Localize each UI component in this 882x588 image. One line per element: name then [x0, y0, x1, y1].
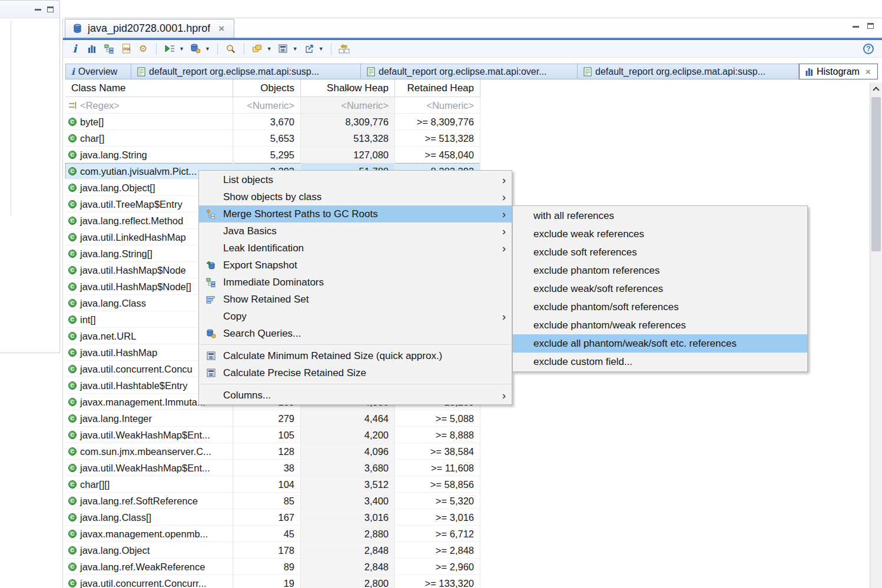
submenu-arrow-icon: ›	[499, 191, 508, 202]
tab-histogram[interactable]: Histogram ×	[799, 64, 878, 79]
run-report-icon[interactable]	[164, 43, 175, 55]
close-icon[interactable]: ×	[218, 24, 224, 34]
compare-icon[interactable]	[339, 43, 350, 55]
shallow-heap-cell: 2,800	[301, 575, 395, 588]
dropdown-icon[interactable]: ▼	[179, 46, 184, 52]
class-name-text: com.yutian.jvisualvm.Pict...	[80, 163, 197, 180]
submenu-item-exclude-custom-field[interactable]: exclude custom field...	[513, 353, 807, 371]
submenu-item-exclude-soft[interactable]: exclude soft references	[513, 243, 807, 261]
dropdown-icon[interactable]: ▼	[319, 46, 324, 52]
table-row[interactable]: C java.util.concurrent.Concurr... 19 2,8…	[65, 575, 480, 588]
search-icon[interactable]	[225, 43, 237, 55]
group-objects-icon[interactable]	[251, 43, 263, 55]
class-name-cell: C java.lang.String	[65, 147, 233, 163]
class-name-cell: C java.lang.Object	[65, 542, 233, 559]
table-row[interactable]: C com.sun.jmx.mbeanserver.C... 128 4,096…	[65, 443, 480, 460]
submenu-item-with-all-references[interactable]: with all references	[513, 207, 807, 225]
class-name-text: java.util.WeakHashMap$Ent...	[80, 427, 210, 443]
submenu-item-exclude-all-phantom-weak-soft[interactable]: exclude all phantom/weak/soft etc. refer…	[513, 334, 807, 353]
submenu-item-exclude-phantom-soft[interactable]: exclude phantom/soft references	[513, 298, 807, 316]
menu-item-show-retained-set[interactable]: Show Retained Set	[199, 291, 512, 308]
table-row[interactable]: C java.lang.Integer 279 4,464 >= 5,088	[65, 410, 480, 427]
minimize-icon[interactable]	[853, 26, 859, 28]
class-icon: C	[68, 118, 77, 126]
table-row[interactable]: C java.lang.ref.WeakReference 89 2,848 >…	[65, 559, 480, 575]
menu-item-calc-precise-retained-size[interactable]: Calculate Precise Retained Size	[199, 364, 512, 381]
class-icon: C	[68, 151, 77, 159]
scrollbar-thumb[interactable]	[871, 97, 881, 251]
menu-item-java-basics[interactable]: Java Basics ›	[199, 222, 512, 240]
dominator-tree-icon[interactable]	[103, 43, 115, 55]
toolbar-separator	[244, 43, 244, 55]
tab-default-report-2[interactable]: default_report org.eclipse.mat.api:over.…	[361, 64, 578, 79]
menu-item-merge-shortest-paths[interactable]: Merge Shortest Paths to GC Roots ›	[199, 205, 512, 222]
shallow-heap-cell: 8,309,776	[301, 114, 395, 130]
table-row[interactable]: C java.lang.String 5,295 127,080 >= 458,…	[65, 147, 480, 163]
histogram-icon[interactable]	[86, 43, 98, 55]
class-name-text: java.util.HashMap	[80, 344, 157, 361]
table-row[interactable]: C javax.management.openmb... 45 2,880 >=…	[65, 526, 480, 542]
menu-item-copy[interactable]: Copy ›	[199, 308, 512, 325]
numeric-filter-input[interactable]: <Numeric>	[301, 97, 395, 114]
table-row[interactable]: C char[] 5,653 513,328 >= 513,328	[65, 130, 480, 147]
table-row[interactable]: C java.lang.Class[] 167 3,016 >= 3,016	[65, 509, 480, 526]
menu-item-calc-minimum-retained-size[interactable]: Calculate Minimum Retained Size (quick a…	[199, 347, 512, 364]
menu-item-list-objects[interactable]: List objects ›	[199, 171, 512, 188]
menu-item-immediate-dominators[interactable]: Immediate Dominators	[199, 274, 512, 291]
oql-icon[interactable]: OQL	[120, 43, 132, 55]
menu-item-leak-identification[interactable]: Leak Identification ›	[199, 240, 512, 257]
close-icon[interactable]: ×	[866, 67, 871, 76]
tab-default-report-1[interactable]: default_report org.eclipse.mat.api:susp.…	[131, 64, 361, 79]
menu-item-show-objects-by-class[interactable]: Show objects by class ›	[199, 188, 512, 205]
maximize-icon[interactable]	[867, 23, 874, 29]
scroll-up-button[interactable]	[870, 82, 882, 95]
table-row[interactable]: C java.util.WeakHashMap$Ent... 38 3,680 …	[65, 460, 480, 476]
column-header-class-name[interactable]: Class Name	[65, 79, 233, 97]
calculator-icon[interactable]	[277, 43, 289, 55]
table-row[interactable]: C char[][] 104 3,512 >= 58,856	[65, 476, 480, 493]
submenu-item-exclude-weak-soft[interactable]: exclude weak/soft references	[513, 280, 807, 298]
info-icon[interactable]: i	[69, 43, 81, 55]
menu-item-search-queries[interactable]: Search Queries...	[199, 325, 512, 342]
retained-heap-cell: >= 6,712	[395, 526, 480, 542]
column-header-shallow-heap[interactable]: Shallow Heap	[301, 79, 395, 97]
toolbar-separator	[331, 43, 331, 55]
shallow-heap-cell: 2,880	[301, 526, 395, 542]
tab-default-report-3[interactable]: default_report org.eclipse.mat.api:susp.…	[578, 64, 799, 79]
dropdown-icon[interactable]: ▼	[293, 46, 298, 52]
numeric-filter-input[interactable]: <Numeric>	[395, 97, 480, 114]
help-icon[interactable]: ?	[863, 44, 874, 54]
class-icon: C	[68, 348, 77, 357]
objects-cell: 89	[233, 559, 301, 575]
submenu-item-exclude-weak[interactable]: exclude weak references	[513, 225, 807, 243]
dropdown-icon[interactable]: ▼	[267, 46, 272, 52]
shallow-heap-cell: 4,200	[301, 427, 395, 443]
export-icon[interactable]	[303, 43, 315, 55]
class-name-text: java.util.HashMap$Node	[80, 262, 186, 278]
submenu-item-exclude-phantom[interactable]: exclude phantom references	[513, 261, 807, 280]
numeric-filter-input[interactable]: <Numeric>	[233, 97, 301, 114]
tab-overview[interactable]: i Overview	[65, 64, 131, 79]
minimize-icon[interactable]	[35, 9, 41, 11]
objects-cell: 178	[233, 542, 301, 559]
table-row[interactable]: C java.util.WeakHashMap$Ent... 105 4,200…	[65, 427, 480, 443]
table-row[interactable]: C java.lang.Object 178 2,848 >= 2,848	[65, 542, 480, 559]
menu-item-columns[interactable]: Columns... ›	[199, 387, 512, 404]
gear-icon[interactable]: ⚙	[137, 43, 149, 55]
regex-filter-input[interactable]: <Regex>	[65, 97, 233, 114]
query-browser-icon[interactable]	[190, 43, 201, 55]
maximize-icon[interactable]	[47, 6, 54, 12]
retained-set-icon	[204, 295, 218, 304]
class-name-text: java.net.URL	[80, 328, 136, 344]
editor-tab-hprof[interactable]: java_pid20728.0001.hprof ×	[65, 19, 234, 38]
submenu-item-exclude-phantom-weak[interactable]: exclude phantom/weak references	[513, 316, 807, 334]
column-header-retained-heap[interactable]: Retained Heap	[395, 79, 480, 97]
table-row[interactable]: C java.lang.ref.SoftReference 85 3,400 >…	[65, 493, 480, 509]
table-row[interactable]: C byte[] 3,670 8,309,776 >= 8,309,776	[65, 114, 480, 130]
menu-item-export-snapshot[interactable]: Export Snapshot	[199, 257, 512, 274]
vertical-scrollbar[interactable]	[870, 82, 882, 588]
retained-heap-cell: >= 38,584	[395, 443, 480, 460]
column-header-objects[interactable]: Objects	[233, 79, 301, 97]
class-name-cell: C java.lang.ref.WeakReference	[65, 559, 233, 575]
dropdown-icon[interactable]: ▼	[205, 46, 210, 52]
